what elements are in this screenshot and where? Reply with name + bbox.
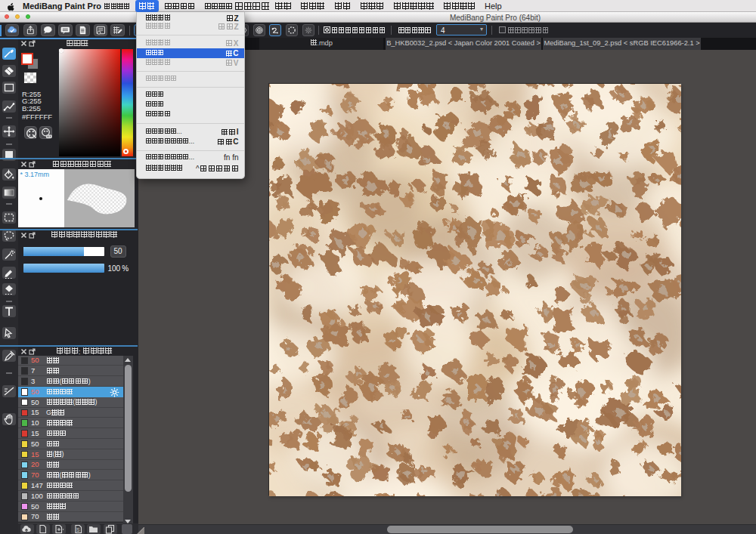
svg-text:S: S	[76, 526, 80, 532]
